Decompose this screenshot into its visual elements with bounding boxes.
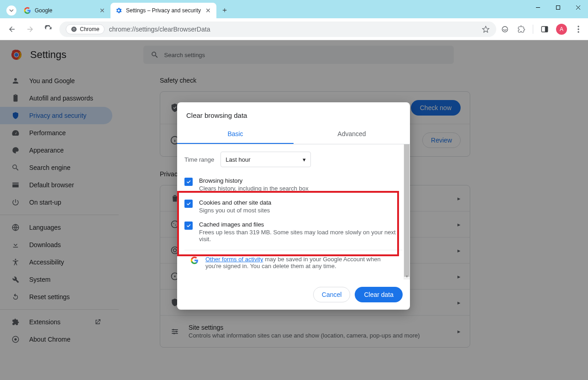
checkbox-checked-icon: [184, 200, 193, 208]
tab-title: Settings – Privacy and security: [126, 7, 201, 14]
back-button[interactable]: [5, 22, 19, 37]
new-tab-button[interactable]: ＋: [218, 4, 231, 16]
tab-close-button[interactable]: ✕: [205, 7, 212, 14]
dialog-scrollbar-track[interactable]: ▾: [404, 144, 410, 280]
window-minimize-button[interactable]: [528, 0, 548, 15]
tab-search-button[interactable]: [6, 5, 16, 16]
checkbox-cached[interactable]: Cached images and filesFrees up less tha…: [184, 217, 403, 246]
tab-advanced[interactable]: Advanced: [294, 125, 410, 144]
forward-button[interactable]: [23, 22, 37, 37]
tab-basic[interactable]: Basic: [177, 125, 294, 144]
tab-title: Google: [35, 7, 95, 14]
dialog-scrollbar-thumb[interactable]: [404, 144, 410, 277]
svg-point-8: [578, 28, 579, 30]
url-text: chrome://settings/clearBrowserData: [109, 26, 210, 33]
site-chip[interactable]: Chrome: [66, 24, 105, 34]
info-box: Other forms of activity may be saved in …: [184, 250, 403, 275]
profile-avatar[interactable]: A: [556, 24, 567, 35]
scrollbar-down-arrow[interactable]: ▾: [404, 273, 410, 280]
extensions-puzzle-icon[interactable]: [516, 24, 526, 34]
clear-data-button[interactable]: Clear data: [355, 287, 403, 302]
time-range-select[interactable]: Last hour ▾: [220, 152, 311, 167]
time-range-value: Last hour: [226, 156, 250, 163]
dialog-title: Clear browsing data: [177, 102, 410, 125]
chip-label: Chrome: [80, 26, 100, 32]
extension-icon[interactable]: [500, 24, 510, 34]
clear-browsing-data-dialog: Clear browsing data Basic Advanced ▾ Tim…: [177, 102, 410, 310]
svg-point-9: [578, 31, 579, 32]
reload-button[interactable]: [41, 22, 56, 37]
more-menu-icon[interactable]: [573, 24, 583, 34]
dropdown-icon: ▾: [303, 156, 306, 163]
checkbox-checked-icon: [184, 178, 193, 186]
window-maximize-button[interactable]: [548, 0, 568, 15]
svg-rect-0: [556, 5, 560, 9]
separator: [533, 25, 533, 34]
bookmark-star-icon[interactable]: [482, 25, 490, 33]
time-range-label: Time range: [184, 156, 214, 163]
tab-settings-privacy[interactable]: Settings – Privacy and security ✕: [110, 3, 216, 18]
tab-close-button[interactable]: ✕: [99, 7, 106, 14]
google-g-icon: [190, 256, 199, 265]
gear-icon: [115, 7, 122, 14]
chrome-icon: [71, 26, 77, 32]
address-bar[interactable]: Chrome chrome://settings/clearBrowserDat…: [59, 21, 496, 37]
chevron-down-icon: [9, 8, 14, 13]
window-close-button[interactable]: [568, 0, 588, 15]
checkbox-browsing-history[interactable]: Browsing historyClears history, includin…: [184, 174, 403, 195]
cancel-button[interactable]: Cancel: [313, 287, 351, 302]
svg-rect-6: [545, 26, 548, 32]
browser-toolbar: Chrome chrome://settings/clearBrowserDat…: [0, 18, 588, 40]
svg-point-4: [502, 26, 508, 32]
tab-google[interactable]: Google ✕: [19, 3, 110, 18]
info-text: Other forms of activity may be saved in …: [205, 256, 397, 269]
svg-point-7: [578, 26, 579, 27]
browser-titlebar: Google ✕ Settings – Privacy and security…: [0, 0, 588, 18]
google-favicon: [24, 7, 31, 14]
checkbox-cookies[interactable]: Cookies and other site dataSigns you out…: [184, 195, 403, 217]
side-panel-icon[interactable]: [540, 24, 550, 34]
svg-point-3: [73, 28, 75, 30]
checkbox-checked-icon: [184, 222, 193, 230]
other-activity-link[interactable]: Other forms of activity: [205, 256, 263, 263]
dialog-tabs: Basic Advanced: [177, 125, 410, 144]
